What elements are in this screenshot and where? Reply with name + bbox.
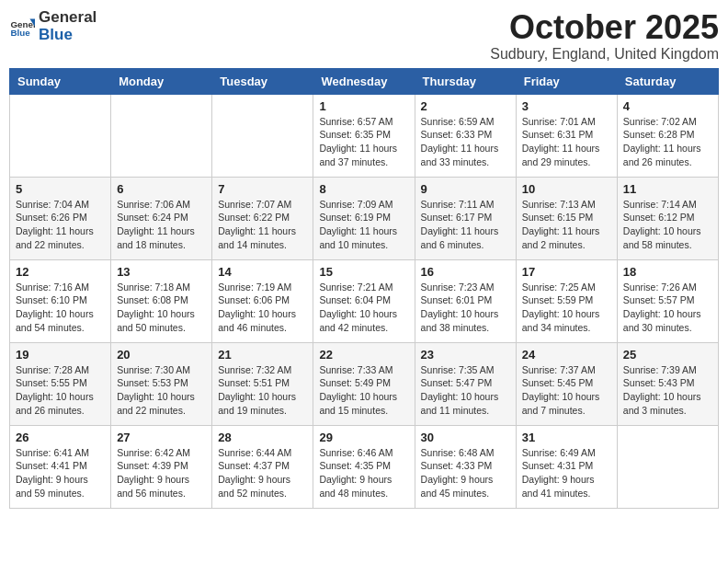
calendar-cell: 8Sunrise: 7:09 AM Sunset: 6:19 PM Daylig… [313,177,415,259]
day-info: Sunrise: 7:01 AM Sunset: 6:31 PM Dayligh… [522,115,611,169]
logo-icon: General Blue [9,14,35,40]
day-info: Sunrise: 7:11 AM Sunset: 6:17 PM Dayligh… [421,198,510,252]
day-number: 31 [522,431,611,444]
day-info: Sunrise: 6:44 AM Sunset: 4:37 PM Dayligh… [218,446,307,500]
svg-text:Blue: Blue [10,27,30,37]
title-area: October 2025 Sudbury, England, United Ki… [490,9,719,63]
day-info: Sunrise: 7:35 AM Sunset: 5:47 PM Dayligh… [421,363,510,418]
weekday-header-monday: Monday [111,68,212,94]
calendar-cell: 16Sunrise: 7:23 AM Sunset: 6:01 PM Dayli… [415,259,516,342]
week-row-5: 26Sunrise: 6:41 AM Sunset: 4:41 PM Dayli… [10,425,719,508]
calendar-cell: 2Sunrise: 6:59 AM Sunset: 6:33 PM Daylig… [415,94,516,177]
day-info: Sunrise: 6:49 AM Sunset: 4:31 PM Dayligh… [522,446,611,500]
calendar-cell: 23Sunrise: 7:35 AM Sunset: 5:47 PM Dayli… [415,342,516,425]
day-number: 29 [319,431,408,444]
logo-general-text: General [39,9,97,27]
day-number: 12 [16,265,105,279]
day-number: 28 [218,431,307,444]
day-info: Sunrise: 7:21 AM Sunset: 6:04 PM Dayligh… [319,281,408,335]
logo: General Blue General Blue [9,9,97,43]
calendar-cell: 5Sunrise: 7:04 AM Sunset: 6:26 PM Daylig… [10,177,111,259]
day-number: 23 [421,348,510,362]
day-info: Sunrise: 7:26 AM Sunset: 5:57 PM Dayligh… [623,281,712,335]
day-number: 9 [421,182,510,196]
day-info: Sunrise: 7:25 AM Sunset: 5:59 PM Dayligh… [522,281,611,335]
day-info: Sunrise: 7:07 AM Sunset: 6:22 PM Dayligh… [218,198,307,252]
day-number: 30 [421,431,510,444]
weekday-header-wednesday: Wednesday [313,68,415,94]
day-info: Sunrise: 7:19 AM Sunset: 6:06 PM Dayligh… [218,281,307,335]
week-row-3: 12Sunrise: 7:16 AM Sunset: 6:10 PM Dayli… [10,259,719,342]
day-info: Sunrise: 7:37 AM Sunset: 5:45 PM Dayligh… [522,363,611,418]
calendar-cell: 7Sunrise: 7:07 AM Sunset: 6:22 PM Daylig… [212,177,313,259]
calendar-cell: 21Sunrise: 7:32 AM Sunset: 5:51 PM Dayli… [212,342,313,425]
day-number: 5 [16,182,105,196]
day-info: Sunrise: 6:57 AM Sunset: 6:35 PM Dayligh… [319,115,408,169]
weekday-header-sunday: Sunday [10,68,111,94]
location-title: Sudbury, England, United Kingdom [490,46,719,63]
day-number: 24 [522,348,611,362]
calendar-cell: 6Sunrise: 7:06 AM Sunset: 6:24 PM Daylig… [111,177,212,259]
calendar-cell: 10Sunrise: 7:13 AM Sunset: 6:15 PM Dayli… [516,177,617,259]
day-info: Sunrise: 7:02 AM Sunset: 6:28 PM Dayligh… [623,115,712,169]
day-info: Sunrise: 6:59 AM Sunset: 6:33 PM Dayligh… [421,115,510,169]
calendar-cell: 3Sunrise: 7:01 AM Sunset: 6:31 PM Daylig… [516,94,617,177]
day-info: Sunrise: 6:42 AM Sunset: 4:39 PM Dayligh… [117,446,206,500]
day-info: Sunrise: 7:18 AM Sunset: 6:08 PM Dayligh… [117,281,206,335]
day-number: 18 [623,265,712,279]
calendar-cell [212,94,313,177]
day-number: 17 [522,265,611,279]
day-number: 27 [117,431,206,444]
week-row-2: 5Sunrise: 7:04 AM Sunset: 6:26 PM Daylig… [10,177,719,259]
day-number: 19 [16,348,105,362]
day-number: 22 [319,348,408,362]
day-number: 4 [623,99,712,113]
calendar-table: SundayMondayTuesdayWednesdayThursdayFrid… [9,68,719,509]
day-number: 15 [319,265,408,279]
day-number: 16 [421,265,510,279]
day-number: 26 [16,431,105,444]
calendar-cell: 29Sunrise: 6:46 AM Sunset: 4:35 PM Dayli… [313,425,415,508]
weekday-header-row: SundayMondayTuesdayWednesdayThursdayFrid… [10,68,719,94]
day-number: 7 [218,182,307,196]
calendar-cell: 13Sunrise: 7:18 AM Sunset: 6:08 PM Dayli… [111,259,212,342]
day-info: Sunrise: 6:41 AM Sunset: 4:41 PM Dayligh… [16,446,105,500]
calendar-cell: 17Sunrise: 7:25 AM Sunset: 5:59 PM Dayli… [516,259,617,342]
calendar-cell: 1Sunrise: 6:57 AM Sunset: 6:35 PM Daylig… [313,94,415,177]
day-info: Sunrise: 7:39 AM Sunset: 5:43 PM Dayligh… [623,363,712,418]
week-row-4: 19Sunrise: 7:28 AM Sunset: 5:55 PM Dayli… [10,342,719,425]
day-info: Sunrise: 7:32 AM Sunset: 5:51 PM Dayligh… [218,363,307,418]
calendar-cell: 27Sunrise: 6:42 AM Sunset: 4:39 PM Dayli… [111,425,212,508]
day-info: Sunrise: 7:04 AM Sunset: 6:26 PM Dayligh… [16,198,105,252]
day-number: 10 [522,182,611,196]
calendar-cell [111,94,212,177]
calendar-cell: 24Sunrise: 7:37 AM Sunset: 5:45 PM Dayli… [516,342,617,425]
calendar-cell: 20Sunrise: 7:30 AM Sunset: 5:53 PM Dayli… [111,342,212,425]
week-row-1: 1Sunrise: 6:57 AM Sunset: 6:35 PM Daylig… [10,94,719,177]
day-number: 20 [117,348,206,362]
weekday-header-saturday: Saturday [617,68,718,94]
calendar-cell: 30Sunrise: 6:48 AM Sunset: 4:33 PM Dayli… [415,425,516,508]
calendar-cell: 12Sunrise: 7:16 AM Sunset: 6:10 PM Dayli… [10,259,111,342]
day-number: 8 [319,182,408,196]
calendar-cell: 25Sunrise: 7:39 AM Sunset: 5:43 PM Dayli… [617,342,718,425]
day-number: 1 [319,99,408,113]
day-number: 6 [117,182,206,196]
day-number: 21 [218,348,307,362]
day-number: 11 [623,182,712,196]
calendar-cell: 28Sunrise: 6:44 AM Sunset: 4:37 PM Dayli… [212,425,313,508]
calendar-cell: 31Sunrise: 6:49 AM Sunset: 4:31 PM Dayli… [516,425,617,508]
day-info: Sunrise: 7:23 AM Sunset: 6:01 PM Dayligh… [421,281,510,335]
month-title: October 2025 [490,9,719,46]
calendar-cell [10,94,111,177]
logo-blue-text: Blue [39,27,97,44]
calendar-cell: 4Sunrise: 7:02 AM Sunset: 6:28 PM Daylig… [617,94,718,177]
day-number: 14 [218,265,307,279]
day-number: 25 [623,348,712,362]
calendar-cell: 14Sunrise: 7:19 AM Sunset: 6:06 PM Dayli… [212,259,313,342]
day-info: Sunrise: 7:30 AM Sunset: 5:53 PM Dayligh… [117,363,206,418]
calendar-cell: 22Sunrise: 7:33 AM Sunset: 5:49 PM Dayli… [313,342,415,425]
calendar-cell: 15Sunrise: 7:21 AM Sunset: 6:04 PM Dayli… [313,259,415,342]
day-number: 3 [522,99,611,113]
day-info: Sunrise: 6:48 AM Sunset: 4:33 PM Dayligh… [421,446,510,500]
